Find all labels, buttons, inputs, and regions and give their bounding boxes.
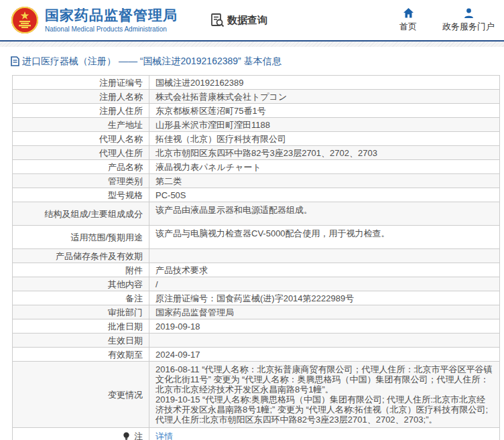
row-label: 产品名称 <box>108 162 143 172</box>
row-value: 2024-09-17 <box>149 348 500 362</box>
table-row: 其他内容 / <box>13 277 500 291</box>
row-label: 备注 <box>125 293 143 303</box>
table-row: 适用范围/预期用途 该产品与电脑视力检查器CV-5000配合使用，用于视力检查。 <box>13 226 500 249</box>
table-row: 产品储存条件及有效期 <box>13 249 500 263</box>
row-label: 型号规格 <box>108 190 143 200</box>
data-query-label: 数据查询 <box>227 14 267 27</box>
row-label: 注册人名称 <box>99 92 143 102</box>
org-name-cn: 国家药品监督管理局 <box>45 7 178 23</box>
row-label: 适用范围/预期用途 <box>70 232 143 242</box>
row-value: 国家药品监督管理局 <box>149 305 500 319</box>
table-row: 有效期至 2024-09-17 <box>13 348 500 362</box>
row-label: 生效日期 <box>108 336 143 346</box>
row-value: 产品技术要求 <box>149 263 500 277</box>
row-value: 2016-08-11 “代理人名称：北京拓普康商贸有限公司；代理人住所：北京市平… <box>149 362 500 428</box>
row-value: 2019-09-18 <box>149 319 500 334</box>
table-row: 生效日期 <box>13 334 500 348</box>
row-label: 其他内容 <box>108 279 143 289</box>
registration-info-table: 注册证编号 国械注进20192162389 注册人名称 株式会社拓普康株式会社ト… <box>12 75 500 440</box>
table-row: 审批部门 国家药品监督管理局 <box>13 305 500 319</box>
header-divider <box>0 40 504 42</box>
table-row: 批准日期 2019-09-18 <box>13 319 500 334</box>
row-value: 山形县米沢市漥田町漥田1188 <box>149 118 500 132</box>
row-value: 原注册证编号：国食药监械(进)字2014第2222989号 <box>149 291 500 305</box>
nav-gov-portal-label: 政务服务门户 <box>442 21 495 33</box>
row-label: 注 <box>134 431 143 440</box>
table-row: 附件 产品技术要求 <box>13 263 500 277</box>
row-value: PC-50S <box>149 188 500 202</box>
org-name-en: National Medical Products Administration <box>45 25 178 33</box>
table-row: 产品名称 液晶视力表パネルチャート <box>13 160 500 174</box>
row-label: 管理类别 <box>108 176 143 186</box>
breadcrumb: 进口医疗器械（注册） —— “国械注进20192162389” 基本信息 <box>0 53 504 68</box>
national-emblem-logo <box>11 6 39 34</box>
data-query-icon <box>210 13 225 27</box>
row-value: 该产品与电脑视力检查器CV-5000配合使用，用于视力检查。 <box>149 226 500 249</box>
table-row: 生产地址 山形县米沢市漥田町漥田1188 <box>13 118 500 132</box>
row-value: 拓佳视（北京）医疗科技有限公司 <box>149 132 500 146</box>
table-row: 变更情况 2016-08-11 “代理人名称：北京拓普康商贸有限公司；代理人住所… <box>13 362 500 428</box>
row-value <box>149 334 500 348</box>
row-label: 结构及组成/主要组成成分 <box>44 209 143 219</box>
breadcrumb-text: 进口医疗器械（注册） —— “国械注进20192162389” 基本信息 <box>22 56 281 68</box>
table-row: 注 详情 <box>13 428 500 440</box>
row-value: 国械注进20192162389 <box>149 76 500 90</box>
row-label: 变更情况 <box>108 390 143 400</box>
site-title-block: 国家药品监督管理局 National Medical Products Admi… <box>45 7 178 32</box>
data-query-button[interactable]: 数据查询 <box>210 13 267 27</box>
content-area: 进口医疗器械（注册） —— “国械注进20192162389” 基本信息 注册证… <box>0 47 504 440</box>
nav-home[interactable]: 首页 <box>399 7 417 33</box>
row-value <box>149 249 500 263</box>
row-label: 附件 <box>125 265 143 275</box>
detail-link[interactable]: 详情 <box>155 431 173 440</box>
note-bulb-icon <box>123 432 130 440</box>
row-label: 生产地址 <box>108 120 143 130</box>
row-label: 注册人住所 <box>99 106 143 116</box>
nav-gov-portal[interactable]: 政务服务门户 <box>442 7 495 33</box>
row-value: 第二类 <box>149 174 500 188</box>
table-row: 结构及组成/主要组成成分 该产品由液晶显示器和电源适配器组成。 <box>13 202 500 226</box>
info-table-body: 注册证编号 国械注进20192162389 注册人名称 株式会社拓普康株式会社ト… <box>13 76 500 440</box>
row-value: 北京市朝阳区东四环中路82号3座23层2701、2702、2703 <box>149 146 500 160</box>
row-value: 东京都板桥区莲沼町75番1号 <box>149 104 500 118</box>
row-value: 详情 <box>149 428 500 440</box>
row-label: 审批部门 <box>108 307 143 317</box>
table-row: 注册人名称 株式会社拓普康株式会社トプコン <box>13 90 500 104</box>
table-row: 注册证编号 国械注进20192162389 <box>13 76 500 90</box>
row-label: 代理人名称 <box>99 134 143 144</box>
row-label: 批准日期 <box>108 321 143 332</box>
row-label: 代理人住所 <box>99 148 143 158</box>
document-icon <box>11 56 19 66</box>
row-label: 注册证编号 <box>99 78 143 88</box>
table-row: 备注 原注册证编号：国食药监械(进)字2014第2222989号 <box>13 291 500 305</box>
row-label: 有效期至 <box>108 350 143 360</box>
table-row: 型号规格 PC-50S <box>13 188 500 202</box>
table-row: 代理人住所 北京市朝阳区东四环中路82号3座23层2701、2702、2703 <box>13 146 500 160</box>
row-value: 液晶视力表パネルチャート <box>149 160 500 174</box>
row-value: 该产品由液晶显示器和电源适配器组成。 <box>149 202 500 226</box>
table-row: 注册人住所 东京都板桥区莲沼町75番1号 <box>13 104 500 118</box>
row-label: 产品储存条件及有效期 <box>56 251 143 261</box>
site-header: 国家药品监督管理局 National Medical Products Admi… <box>0 0 504 40</box>
nav-home-label: 首页 <box>399 21 417 33</box>
row-value: / <box>149 277 500 291</box>
home-icon <box>403 7 414 19</box>
table-row: 代理人名称 拓佳视（北京）医疗科技有限公司 <box>13 132 500 146</box>
user-icon <box>463 7 475 19</box>
row-value: 株式会社拓普康株式会社トプコン <box>149 90 500 104</box>
table-row: 管理类别 第二类 <box>13 174 500 188</box>
